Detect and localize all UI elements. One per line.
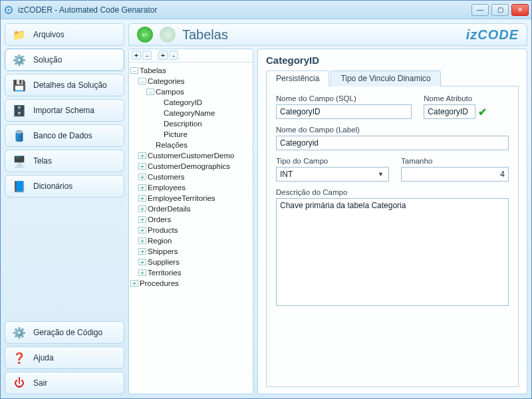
input-nome-sql[interactable] — [276, 104, 412, 119]
expand-icon[interactable]: + — [138, 152, 146, 159]
input-nome-lbl[interactable] — [276, 136, 509, 150]
collapse-icon[interactable]: - — [138, 78, 146, 84]
gear-icon: ⚙️ — [12, 53, 27, 67]
close-button[interactable]: ✕ — [511, 4, 529, 16]
sidebar-item-geracao[interactable]: ⚙️ Geração de Código — [5, 321, 124, 344]
sidebar-item-label: Geração de Código — [33, 328, 102, 337]
sidebar-item-solucao[interactable]: ⚙️ Solução — [5, 49, 124, 71]
tree-node[interactable]: CategoryID — [130, 97, 251, 108]
tree-collapse-all-button[interactable]: - — [169, 51, 178, 60]
tree-node-label: Description — [164, 120, 202, 128]
sidebar-item-detalhes[interactable]: 💾 Detalhes da Solução — [5, 74, 124, 96]
tab-vinculo[interactable]: Tipo de Vinculo Dinamico — [331, 70, 440, 86]
expand-icon[interactable]: + — [138, 216, 146, 223]
sidebar-item-telas[interactable]: 🖥️ Telas — [5, 150, 124, 172]
tree-node[interactable]: + Employees — [130, 182, 251, 193]
expand-icon[interactable]: + — [138, 237, 146, 244]
tree-node[interactable]: + OrderDetails — [130, 203, 251, 214]
input-nome-attr[interactable] — [424, 104, 475, 119]
monitor-icon: 🖥️ — [12, 154, 27, 168]
sidebar-item-arquivos[interactable]: 📁 Arquivos — [5, 23, 124, 46]
select-tipo[interactable]: INT — [276, 167, 389, 182]
tree-node-label: Tabelas — [140, 66, 166, 74]
sidebar-item-label: Telas — [33, 156, 52, 166]
tree-node[interactable]: + EmployeeTerritories — [130, 193, 251, 203]
sidebar-item-label: Arquivos — [33, 30, 65, 39]
tree-node[interactable]: - Categories — [130, 76, 251, 86]
tab-persistencia[interactable]: Persistência — [266, 70, 329, 86]
tree-view[interactable]: - Tabelas- Categories- Campos CategoryID… — [129, 63, 253, 394]
tree-node[interactable]: - Campos — [130, 86, 251, 97]
tree-expand-all-button[interactable]: + — [158, 51, 168, 60]
tree-node[interactable]: + CustomerDemographics — [130, 161, 251, 172]
tree-node[interactable]: + Territories — [130, 267, 251, 278]
tree-node-label: Suppliers — [148, 258, 180, 266]
tree-node[interactable]: Relações — [130, 140, 251, 150]
leaf-icon — [154, 120, 162, 127]
svg-point-1 — [8, 9, 10, 11]
gear-icon: ⚙️ — [12, 325, 27, 340]
input-tamanho[interactable] — [401, 167, 509, 182]
sidebar-item-banco[interactable]: 🛢️ Banco de Dados — [5, 124, 124, 147]
tree-node[interactable]: + Products — [130, 225, 251, 235]
leaf-icon — [154, 110, 162, 116]
tree-node[interactable]: + Shippers — [130, 246, 251, 257]
tree-expand-button[interactable]: + — [132, 51, 141, 60]
main-header: ← → Tabelas izCODE — [128, 23, 527, 46]
brand-logo: izCODE — [466, 27, 519, 43]
tree-node[interactable]: Picture — [130, 129, 251, 140]
label-tipo: Tipo do Campo — [276, 157, 389, 165]
expand-icon[interactable]: + — [138, 205, 146, 212]
expand-icon[interactable]: + — [130, 280, 138, 287]
label-nome-attr: Nome Atributo — [424, 94, 509, 102]
textarea-descricao[interactable]: Chave primária da tabela Categoria — [276, 198, 509, 306]
minimize-button[interactable]: — — [471, 4, 489, 16]
expand-icon[interactable]: + — [138, 248, 146, 255]
tree-node[interactable]: CategoryName — [130, 108, 251, 118]
sidebar-item-label: Banco de Dados — [33, 131, 92, 140]
sidebar-item-label: Detalhes da Solução — [33, 80, 107, 90]
help-icon: ❓ — [12, 350, 27, 365]
expand-icon[interactable]: + — [138, 163, 146, 170]
expand-icon[interactable]: + — [138, 174, 146, 180]
tree-node[interactable]: + Orders — [130, 214, 251, 225]
tree-toolbar: + - + - — [129, 49, 253, 63]
sidebar-item-dicionarios[interactable]: 📘 Dicionários — [5, 175, 124, 198]
sidebar-item-label: Importar Schema — [33, 106, 94, 115]
sidebar-item-importar[interactable]: 🗄️ Importar Schema — [5, 99, 124, 122]
expand-icon[interactable]: + — [138, 269, 146, 276]
leaf-icon — [154, 131, 162, 138]
collapse-icon[interactable]: - — [146, 88, 154, 95]
tree-node[interactable]: Description — [130, 118, 251, 129]
schema-icon: 🗄️ — [12, 103, 27, 118]
tree-node-label: Shippers — [148, 247, 178, 255]
nav-forward-button[interactable]: → — [160, 27, 176, 43]
tree-node-label: Categories — [148, 77, 185, 85]
expand-icon[interactable]: + — [138, 227, 146, 233]
sidebar-item-sair[interactable]: ⏻ Sair — [5, 372, 124, 394]
sidebar-item-ajuda[interactable]: ❓ Ajuda — [5, 346, 124, 369]
leaf-icon — [146, 142, 154, 148]
tree-node-label: Territories — [148, 269, 181, 277]
tree-node[interactable]: + Procedures — [130, 278, 251, 289]
tree-node-label: Products — [148, 226, 178, 234]
window-title: izCODER - Automated Code Genarator — [18, 5, 471, 15]
sidebar-item-label: Ajuda — [33, 353, 54, 362]
expand-icon[interactable]: + — [138, 195, 146, 201]
tree-node[interactable]: + Customers — [130, 172, 251, 182]
tree-node[interactable]: + CustomerCustomerDemo — [130, 150, 251, 161]
nav-back-button[interactable]: ← — [137, 27, 153, 43]
folder-icon: 📁 — [12, 27, 27, 42]
tree-node-label: Orders — [148, 215, 171, 223]
sidebar: 📁 Arquivos ⚙️ Solução 💾 Detalhes da Solu… — [5, 23, 124, 394]
tree-node[interactable]: + Suppliers — [130, 257, 251, 267]
tree-node[interactable]: - Tabelas — [130, 65, 251, 76]
tree-node-label: CustomerCustomerDemo — [148, 152, 234, 160]
tree-collapse-button[interactable]: - — [142, 51, 152, 60]
tree-node-label: CategoryName — [164, 109, 215, 117]
maximize-button[interactable]: ▢ — [491, 4, 509, 16]
expand-icon[interactable]: + — [138, 184, 146, 191]
tree-node[interactable]: + Region — [130, 235, 251, 246]
collapse-icon[interactable]: - — [130, 67, 138, 74]
expand-icon[interactable]: + — [138, 259, 146, 265]
